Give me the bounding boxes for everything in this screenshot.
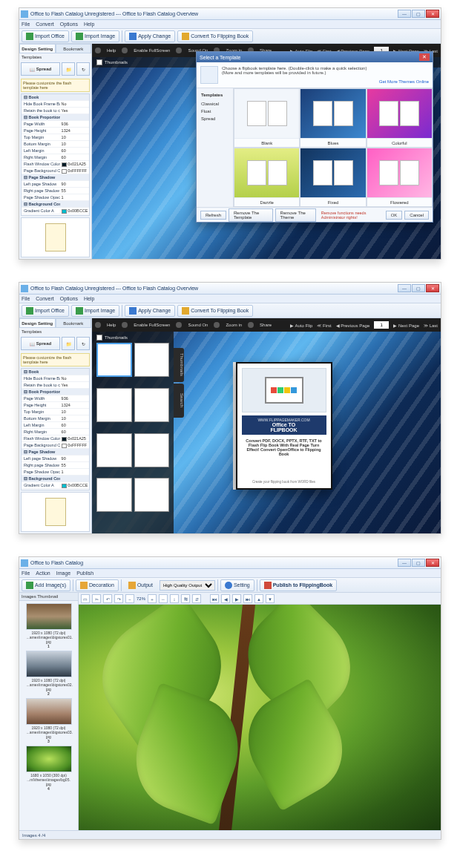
rotate-left[interactable]: ↶	[103, 594, 112, 603]
prop-row[interactable]: Left page Shadow90	[22, 456, 89, 462]
tab-bookmark[interactable]: Bookmark	[56, 318, 92, 328]
menu-convert[interactable]: Convert	[36, 296, 54, 301]
cat-classical[interactable]: Classical	[200, 100, 230, 108]
prop-row[interactable]: Gradient Color A 0x00BCCE	[22, 208, 89, 214]
move-up[interactable]: ▲	[254, 594, 263, 603]
template-folder-button[interactable]: 📁	[62, 62, 75, 76]
remove-template-button[interactable]: Remove The Template	[229, 208, 273, 222]
menu-action[interactable]: Action	[36, 571, 50, 576]
image-thumb[interactable]: 1680 x 1050 (300 dpi)...ml\themes\images…	[26, 746, 72, 792]
maximize-button[interactable]: ▢	[412, 10, 425, 18]
menu-convert[interactable]: Convert	[36, 22, 54, 27]
help-icon[interactable]	[95, 322, 101, 328]
tpl-fixed[interactable]: Fixed	[300, 148, 366, 207]
prop-row[interactable]: Page Shadow Opacity1	[22, 194, 89, 201]
flip-h[interactable]: ⇋	[181, 594, 190, 603]
prop-row[interactable]: Page Shadow Opacity1	[22, 469, 89, 476]
next-button[interactable]: ▶ Next Page	[393, 323, 419, 328]
tab-bookmark[interactable]: Bookmark	[56, 44, 92, 53]
sound-icon[interactable]	[176, 47, 182, 53]
convert-button[interactable]: Convert To Flipping Book	[177, 305, 253, 317]
thumb-page[interactable]	[134, 478, 170, 512]
sidetab-thumbnails[interactable]: Thumbnails	[174, 348, 184, 382]
menu-file[interactable]: File	[22, 22, 30, 27]
menu-file[interactable]: File	[22, 571, 30, 576]
fit-width[interactable]: ↔	[159, 594, 168, 603]
cancel-button[interactable]: Cancel	[404, 211, 429, 220]
prop-row[interactable]: Page Width936	[22, 395, 89, 402]
sound-icon[interactable]	[176, 322, 182, 328]
nav-prev[interactable]: ◀	[221, 594, 230, 603]
nav-next[interactable]: ▶	[232, 594, 241, 603]
close-button[interactable]: ✕	[426, 284, 439, 292]
add-images-button[interactable]: Add Image(s)	[22, 579, 70, 591]
nav-last[interactable]: ⏭	[243, 594, 252, 603]
import-image-button[interactable]: Import Image	[71, 305, 119, 317]
prop-row[interactable]: Gradient Color B 0x5AFFFF	[22, 214, 89, 216]
prop-row[interactable]: Top Margin10	[22, 134, 89, 141]
prop-row[interactable]: Hide Book Frame BarNo	[22, 375, 89, 382]
page-input[interactable]: 1	[374, 321, 389, 329]
apply-change-button[interactable]: Apply Change	[125, 305, 175, 317]
minimize-button[interactable]: —	[398, 559, 411, 567]
menu-options[interactable]: Options	[60, 22, 78, 27]
close-button[interactable]: ✕	[426, 559, 439, 567]
prop-row[interactable]: Left Margin60	[22, 422, 89, 429]
tpl-dazzle[interactable]: Dazzle	[234, 148, 300, 207]
setting-button[interactable]: Setting	[220, 579, 254, 591]
tab-design-setting[interactable]: Design Setting	[19, 44, 56, 53]
template-refresh-button[interactable]: ↻	[76, 62, 90, 76]
menu-image[interactable]: Image	[56, 571, 70, 576]
prev-button[interactable]: ◀ Previous Page	[336, 323, 370, 328]
thumb-page[interactable]	[96, 388, 132, 422]
dialog-close-button[interactable]: ✕	[419, 53, 430, 61]
autoflip-button[interactable]: ▶ Auto Flip	[290, 323, 312, 328]
convert-button[interactable]: Convert To Flipping Book	[177, 30, 253, 42]
menu-options[interactable]: Options	[60, 296, 78, 301]
template-folder-button[interactable]: 📁	[62, 337, 75, 350]
prop-row[interactable]: Hide Book Frame BarNo	[22, 101, 89, 108]
prop-row[interactable]: Retain the book to centerYes	[22, 382, 89, 389]
cat-spread[interactable]: Spread	[200, 115, 230, 122]
tpl-blues[interactable]: Blues	[300, 88, 366, 148]
spread-button[interactable]: 📖Spread	[21, 337, 60, 350]
import-image-button[interactable]: Import Image	[71, 30, 119, 42]
close-button[interactable]: ✕	[426, 10, 439, 18]
thumb-page[interactable]	[134, 388, 170, 422]
cat-float[interactable]: Float	[200, 108, 230, 115]
move-down[interactable]: ▼	[266, 594, 275, 603]
template-refresh-button[interactable]: ↻	[76, 337, 90, 350]
prop-row[interactable]: Gradient Color A 0x00BCCE	[22, 482, 89, 489]
menu-file[interactable]: File	[22, 296, 30, 301]
tpl-blank[interactable]: Blank	[234, 88, 300, 148]
spread-button[interactable]: 📖Spread	[21, 62, 60, 76]
last-button[interactable]: ≫ Last	[424, 323, 438, 328]
sel-tool[interactable]: ▭	[81, 594, 90, 603]
image-thumb[interactable]: 1920 x 1080 (72 dpi)...ames\images\bigst…	[26, 603, 72, 649]
prop-row[interactable]: Bottom Margin10	[22, 141, 89, 148]
import-office-button[interactable]: Import Office	[22, 30, 69, 42]
thumb-page[interactable]	[134, 433, 170, 467]
prop-row[interactable]: Top Margin10	[22, 409, 89, 415]
decoration-button[interactable]: Decoration	[76, 579, 119, 591]
thumb-page[interactable]	[96, 343, 132, 377]
publish-button[interactable]: Publish to FlippingBook	[260, 579, 338, 591]
fullscreen-icon[interactable]	[122, 47, 128, 53]
menu-help[interactable]: Help	[84, 22, 94, 27]
share-label[interactable]: Share	[260, 323, 272, 327]
crop-tool[interactable]: ✂	[92, 594, 101, 603]
prop-row[interactable]: Right Margin60	[22, 154, 89, 161]
help-label[interactable]: Help	[107, 48, 116, 53]
first-button[interactable]: ≪ First	[317, 323, 331, 328]
prop-row[interactable]: Retain the book to centerYes	[22, 108, 89, 114]
zoom-out[interactable]: −	[125, 594, 134, 603]
ok-button[interactable]: OK	[386, 211, 403, 220]
zoom-icon[interactable]	[214, 322, 220, 328]
menu-publish[interactable]: Publish	[76, 571, 93, 576]
import-office-button[interactable]: Import Office	[22, 305, 69, 317]
help-icon[interactable]	[95, 47, 101, 53]
thumb-page[interactable]	[134, 343, 170, 377]
fullscreen-label[interactable]: Enable FullScreen	[134, 323, 170, 327]
maximize-button[interactable]: ▢	[412, 284, 425, 292]
prop-row[interactable]: Bottom Margin10	[22, 415, 89, 422]
